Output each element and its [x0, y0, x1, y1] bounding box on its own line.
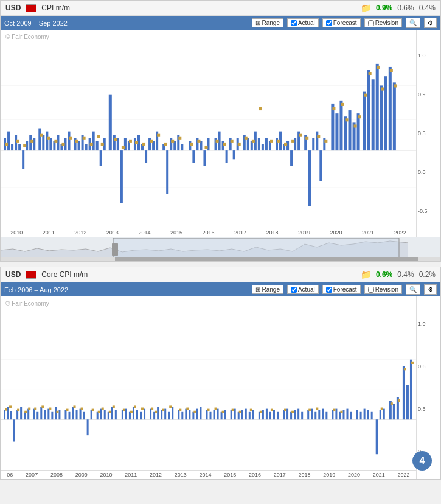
widget-cpi: USD CPI m/m 📁 0.9% 0.6% 0.4% Oct 2009 – …: [0, 0, 441, 262]
svg-rect-261: [5, 408, 7, 411]
chart1-forecast-value: 0.9%: [376, 4, 392, 12]
svg-rect-196: [150, 409, 151, 420]
x2-2018: 2018: [299, 472, 311, 478]
svg-rect-95: [380, 85, 383, 150]
chart2-forecast-btn[interactable]: Forecast: [322, 285, 361, 294]
svg-rect-21: [68, 132, 70, 150]
svg-rect-303: [381, 408, 383, 410]
chart1-search-btn[interactable]: 🔍: [406, 18, 420, 28]
svg-rect-221: [249, 412, 251, 419]
svg-rect-187: [111, 407, 113, 419]
chart2-search-btn[interactable]: 🔍: [406, 284, 420, 295]
chart2-settings-btn[interactable]: ⚙: [424, 284, 437, 295]
svg-rect-171: [47, 409, 49, 420]
svg-rect-170: [44, 410, 46, 420]
svg-rect-225: [266, 409, 268, 420]
chart1-actual-checkbox[interactable]: [291, 20, 297, 26]
x2-2010: 2010: [100, 472, 112, 478]
chart1-canvas: [1, 30, 416, 225]
svg-rect-284: [162, 409, 164, 411]
svg-rect-274: [98, 411, 100, 413]
svg-rect-14: [42, 135, 44, 150]
svg-rect-88: [349, 110, 352, 150]
chart1-forecast-btn[interactable]: Forecast: [322, 18, 361, 27]
x2-2020: 2020: [348, 472, 360, 478]
svg-rect-224: [262, 410, 264, 420]
svg-rect-285: [169, 405, 172, 408]
chart1-actual-btn[interactable]: Actual: [287, 18, 319, 27]
svg-rect-69: [265, 138, 268, 150]
svg-rect-215: [224, 410, 226, 420]
svg-rect-283: [155, 411, 157, 413]
chart1-range-btn[interactable]: ⊞ Range: [252, 18, 283, 27]
svg-rect-172: [51, 412, 53, 419]
svg-rect-151: [394, 84, 397, 87]
y2-label-1: 1.0: [418, 321, 426, 327]
svg-rect-113: [114, 138, 117, 141]
chart2-date-range: Feb 2006 – Aug 2022: [4, 286, 248, 293]
svg-rect-201: [168, 412, 170, 419]
svg-rect-253: [380, 410, 381, 420]
x1-2015: 2015: [170, 229, 182, 236]
x2-2021: 2021: [373, 472, 385, 478]
x1-2014: 2014: [138, 229, 150, 236]
svg-rect-209: [200, 407, 201, 419]
chart1-folder-icon[interactable]: 📁: [361, 3, 371, 13]
chart2-area: © Fair Economy 1.0 0.6 0.5 0.0: [1, 296, 440, 479]
chart2-folder-icon[interactable]: 📁: [361, 270, 371, 279]
svg-rect-269: [56, 411, 58, 413]
chart2-badge[interactable]: 4: [412, 451, 432, 471]
x1-2018: 2018: [266, 229, 279, 236]
svg-rect-190: [125, 409, 127, 420]
svg-rect-193: [136, 410, 138, 420]
chart1-revision-checkbox[interactable]: [368, 20, 374, 26]
chart1-forecast-checkbox[interactable]: [326, 20, 332, 26]
chart2-range-btn[interactable]: ⊞ Range: [252, 285, 283, 294]
svg-rect-144: [354, 124, 357, 127]
svg-rect-131: [252, 140, 255, 143]
chart1-svg: [1, 30, 416, 225]
chart2-svg: [1, 296, 416, 467]
svg-rect-249: [364, 409, 366, 420]
svg-rect-15: [46, 132, 48, 150]
svg-rect-307: [411, 362, 414, 364]
chart1-area: © Fair Economy 1.0 0.9 0.5 0.0 -0.5: [1, 30, 440, 237]
chart2-actual-btn[interactable]: Actual: [287, 285, 319, 294]
svg-rect-8: [18, 144, 21, 150]
chart1-revision-value: 0.4%: [419, 4, 436, 12]
chart1-y-axis: 1.0 0.9 0.5 0.0 -0.5: [416, 30, 440, 237]
svg-rect-140: [324, 140, 327, 143]
svg-rect-5: [7, 132, 10, 150]
svg-rect-97: [389, 67, 392, 150]
x2-06: 06: [7, 472, 13, 478]
svg-rect-202: [172, 407, 173, 419]
svg-rect-59: [226, 150, 228, 163]
svg-rect-107: [69, 137, 72, 140]
chart2-currency: USD: [5, 270, 21, 279]
svg-rect-213: [217, 409, 219, 420]
chart2-revision-btn[interactable]: Revision: [364, 285, 402, 294]
x1-2012: 2012: [74, 229, 86, 236]
chart2-forecast-checkbox[interactable]: [326, 287, 332, 293]
chart1-revision-btn[interactable]: Revision: [364, 18, 402, 27]
svg-rect-139: [317, 135, 320, 138]
svg-rect-85: [335, 113, 338, 150]
x1-2019: 2019: [298, 229, 310, 236]
svg-rect-125: [204, 146, 207, 149]
svg-rect-164: [20, 407, 22, 419]
svg-rect-105: [54, 140, 57, 143]
chart2-actual-checkbox[interactable]: [291, 287, 297, 293]
svg-rect-300: [316, 408, 318, 410]
chart1-scrollbar-thumb[interactable]: [115, 257, 418, 261]
svg-rect-199: [161, 410, 162, 420]
chart1-settings-btn[interactable]: ⚙: [424, 18, 437, 28]
chart2-header: USD Core CPI m/m 📁 0.6% 0.4% 0.2%: [1, 267, 440, 282]
x1-2010: 2010: [10, 229, 23, 236]
chart2-revision-checkbox[interactable]: [368, 287, 374, 293]
x1-2017: 2017: [234, 229, 246, 236]
svg-rect-80: [312, 138, 314, 150]
chart1-minimap[interactable]: [1, 237, 440, 261]
svg-rect-87: [344, 116, 347, 150]
x2-2008: 2008: [50, 472, 63, 478]
svg-rect-278: [123, 409, 125, 411]
